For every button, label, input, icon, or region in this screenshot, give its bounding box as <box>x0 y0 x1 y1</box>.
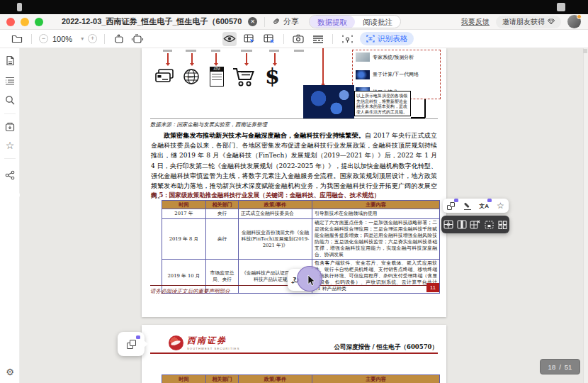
table-select-icon[interactable] <box>242 32 256 46</box>
highlight-button[interactable] <box>461 200 474 211</box>
mode-toggle[interactable]: 数据提取 阅读批注 <box>309 15 401 28</box>
col-header: 相关部门 <box>206 201 239 209</box>
thumbnails-icon[interactable] <box>0 55 20 69</box>
select-table-button[interactable] <box>442 218 454 231</box>
settings-gear-icon[interactable]: ⚙ <box>0 367 20 377</box>
select-column-button[interactable] <box>456 218 468 231</box>
recognize-table-button[interactable]: 识别表格 <box>360 32 414 45</box>
col-header: 主要内容 <box>312 375 440 383</box>
col-header: 相关部门 <box>206 375 239 383</box>
menu-badge <box>454 199 458 202</box>
share-nodes-icon[interactable] <box>0 170 20 183</box>
document-tab-title[interactable]: 2022-12-03_西南证券_恒生电子_恒生电子（600570）：立资本市场.… <box>62 16 242 27</box>
footer-disclaimer: 请务必阅读正文后的重要声明部分 <box>150 288 230 295</box>
table-header-row: 时间 相关部门 政策/事件 主要内容 <box>162 375 440 383</box>
tech-item: 专家系统/预测分析 <box>356 52 437 62</box>
shopping-cart-icon <box>232 67 256 91</box>
tech-thumb <box>356 70 370 79</box>
paragraph-lead: 政策密集发布推动新兴技术与金融深度融合，金融科技行业持续繁荣。 <box>164 132 365 139</box>
table-tools-toolbar <box>441 216 509 233</box>
tab-close-icon[interactable]: ✕ <box>248 17 257 26</box>
cell-content: 引导新技术在金融领域的使用 <box>312 209 440 219</box>
avatar[interactable] <box>567 15 581 28</box>
tech-item: 量子计算/下一代网络 <box>356 70 437 79</box>
minimize-window-button[interactable] <box>21 18 29 26</box>
body-paragraph: 政策密集发布推动新兴技术与金融深度融合，金融科技行业持续繁荣。自 2017 年央… <box>151 131 437 201</box>
label-stub <box>186 50 196 52</box>
maximize-window-button[interactable] <box>35 18 43 26</box>
preview-eye-button[interactable] <box>222 32 237 46</box>
mouse-cursor <box>307 275 316 289</box>
label-stub <box>163 50 172 52</box>
mode-read-annotate[interactable]: 阅读批注 <box>355 16 400 28</box>
strip-mark-left <box>17 3 22 11</box>
globe-swift-icon: SWIFT <box>183 68 200 88</box>
copy-selection-button[interactable] <box>445 200 458 211</box>
fit-target-icon[interactable] <box>340 32 354 46</box>
star-icon: ☆ <box>497 201 504 210</box>
cell-content: 包含客户端软件、安全芯片、安全载体、嵌入式应用软件、银行卡自动柜员机终端、支付销… <box>312 260 440 294</box>
archive-save-icon[interactable] <box>0 122 20 135</box>
chevron-down-icon[interactable]: ▾ <box>81 35 84 42</box>
main-toolbar: − 100% ▾ + 识别表格 <box>0 30 588 48</box>
open-file-icon[interactable] <box>10 32 24 46</box>
label-stub <box>241 50 252 52</box>
table-rows-icon[interactable] <box>311 32 325 46</box>
cell-mode-button[interactable] <box>483 218 495 231</box>
zoom-out-button[interactable]: − <box>39 34 48 43</box>
scrollbar-button[interactable] <box>583 49 587 53</box>
label-stub <box>211 50 220 52</box>
zoom-in-button[interactable]: + <box>88 34 97 43</box>
brand-name-cn: 西南证券 <box>187 335 240 347</box>
col-header: 政策/事件 <box>239 201 312 209</box>
outline-icon[interactable] <box>0 75 20 88</box>
arrow-down <box>215 53 217 63</box>
delete-table-button[interactable] <box>469 218 481 231</box>
fintech-illustration <box>303 85 354 118</box>
selection-toolbar: 文A ☆ <box>443 199 509 213</box>
cell-dept: 央行 <box>206 219 239 260</box>
copy-icon <box>447 202 455 210</box>
star-favorite-icon[interactable]: ☆ <box>0 140 20 151</box>
tech-thumb <box>356 52 370 62</box>
traffic-lights[interactable] <box>0 18 49 26</box>
divider <box>4 158 16 159</box>
paragraph-body: 自 2017 年央行正式成立金融科技委员会以来，各部门、各地区密集发布促进金融科… <box>151 132 437 199</box>
grid-layout-button[interactable] <box>497 218 509 231</box>
share-button[interactable]: 分享 <box>272 16 299 27</box>
arrow-down <box>167 53 169 63</box>
favorite-button[interactable]: ☆ <box>494 200 507 211</box>
table-remove-icon[interactable] <box>262 32 276 46</box>
screenshot-camera-icon[interactable] <box>291 32 305 46</box>
divider <box>4 113 16 114</box>
dashed-select-icon <box>366 35 375 43</box>
menu-badge <box>487 199 492 202</box>
scrollbar-track[interactable] <box>583 48 588 383</box>
recognize-table-label: 识别表格 <box>378 34 407 44</box>
arrow-down <box>191 53 193 63</box>
policy-table-continued: 时间 相关部门 政策/事件 主要内容 <box>162 374 440 383</box>
close-window-button[interactable] <box>6 18 15 26</box>
mode-data-extract[interactable]: 数据提取 <box>310 16 355 28</box>
rotate-page-icon[interactable] <box>112 32 126 46</box>
translate-button[interactable]: 文A <box>477 200 490 211</box>
header-rule <box>150 353 438 354</box>
invite-button[interactable]: 邀请朋友获得 <box>496 16 561 28</box>
cell-policy: 正式成立金融科技委员会 <box>239 209 312 219</box>
note-box: 以上所示电算演变的各项领先信息科技，将重新塑造金融业未来的基本架构，是改变人类生… <box>354 91 411 116</box>
screen: 2022-12-03_西南证券_恒生电子_恒生电子（600570）：立资本市场.… <box>0 0 588 383</box>
rotate-view-icon[interactable] <box>130 32 145 46</box>
tech-label: 量子计算/下一代网络 <box>373 72 419 77</box>
copy-bubble-button[interactable] <box>118 332 145 356</box>
total-pages: 51 <box>565 363 572 371</box>
pdf-page-2: 西南证券 SOUTHWEST SECURITIES 公司深度报告 / 恒生电子（… <box>142 325 446 383</box>
page-indicator[interactable]: 18 / 51 <box>540 359 580 374</box>
arrow-down <box>274 53 276 63</box>
connector-line <box>424 99 426 118</box>
feedback-link[interactable]: 我要反馈 <box>461 17 490 27</box>
col-header: 政策/事件 <box>239 375 312 383</box>
strip-mark-right <box>557 3 565 11</box>
search-icon[interactable] <box>0 95 20 108</box>
link-icon <box>272 17 281 27</box>
page-number-badge: 11 <box>426 283 439 292</box>
